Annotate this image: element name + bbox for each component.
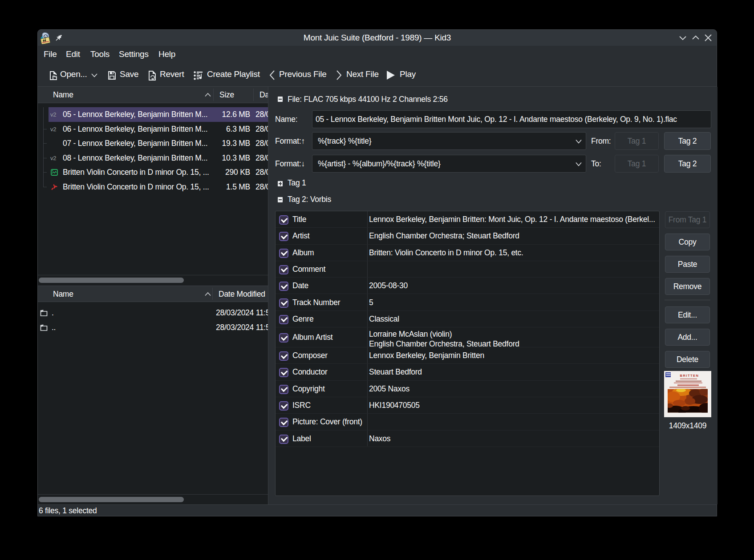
svg-text:BRITTEN: BRITTEN xyxy=(680,374,699,378)
